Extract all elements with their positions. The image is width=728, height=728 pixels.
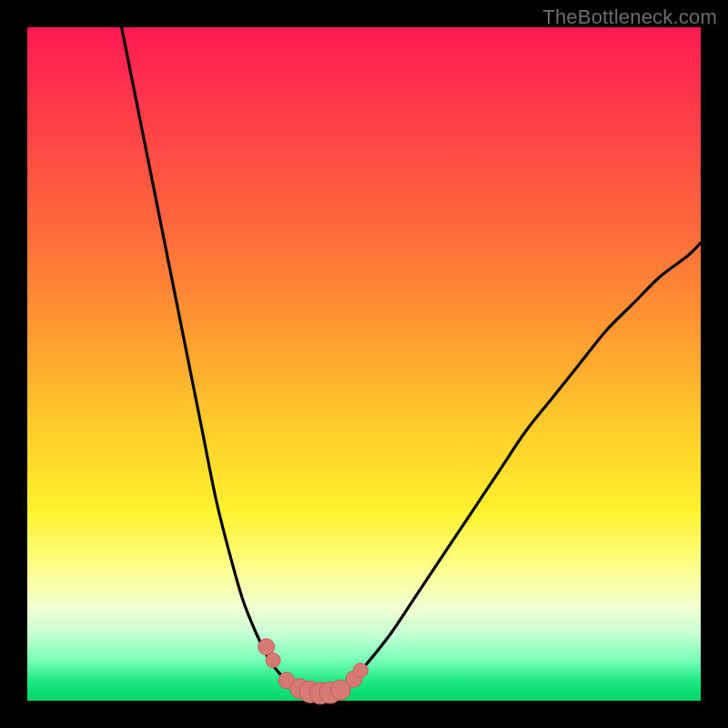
- curve-layer: [27, 27, 701, 701]
- trough-markers: [258, 639, 369, 704]
- watermark-text: TheBottleneck.com: [542, 5, 717, 29]
- trough-marker: [258, 639, 275, 655]
- trough-marker: [353, 663, 368, 678]
- plot-area: [27, 27, 701, 701]
- chart-frame: TheBottleneck.com: [0, 0, 728, 728]
- bottleneck-curve: [122, 27, 701, 693]
- trough-marker: [266, 653, 280, 668]
